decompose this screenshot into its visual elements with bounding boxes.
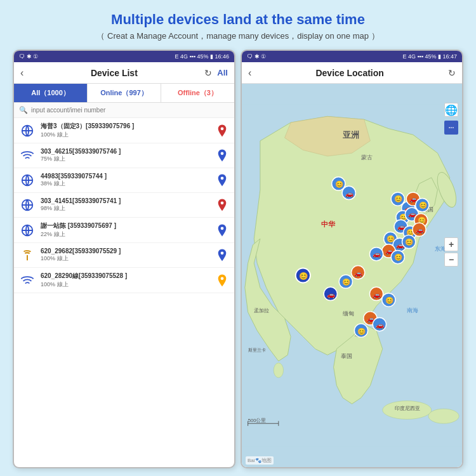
left-refresh-button[interactable]: ↻ [204, 68, 212, 78]
left-phone: 🗨 ✱ ① E 4G ▪▪▪ 45% ▮ 16:46 ‹ Device List… [13, 50, 235, 468]
device-pin-4 [215, 223, 229, 237]
left-status-left: 🗨 ✱ ① [19, 53, 38, 60]
svg-point-11 [221, 277, 224, 280]
main-title: Multiple devices land at the same time [111, 11, 365, 28]
device-pin-5 [215, 248, 229, 262]
svg-text:😊: 😊 [335, 180, 344, 188]
device-name-1: 303_46215[359339075746 ] [41, 148, 210, 155]
device-name-6: 620_28290線[359339075528 ] [41, 272, 210, 281]
svg-text:缅甸: 缅甸 [343, 310, 354, 317]
right-status-right: E 4G ▪▪▪ 45% ▮ 16:47 [402, 53, 457, 60]
right-back-button[interactable]: ‹ [248, 67, 251, 79]
device-item-6[interactable]: 620_28290線[359339075528 ] 100% 線上 [14, 268, 234, 293]
search-input[interactable] [31, 107, 229, 114]
zoom-out-button[interactable]: − [444, 253, 458, 267]
svg-text:😊: 😊 [299, 272, 308, 281]
svg-text:孟加拉: 孟加拉 [254, 308, 269, 314]
device-item-0[interactable]: 海普3（固定3）[359339075796 ] 100% 線上 [14, 118, 234, 143]
device-info-4: 謝一站陈 [359339075697 ] 22% 線上 [41, 221, 210, 239]
device-name-3: 303_41451[359339075741 ] [41, 197, 210, 204]
device-status-6: 100% 線上 [41, 281, 210, 289]
right-status-left: 🗨 ✱ ① [247, 53, 266, 60]
svg-text:泰国: 泰国 [341, 353, 352, 359]
device-status-3: 98% 線上 [41, 204, 210, 213]
device-icon-5 [19, 247, 36, 263]
left-status-right: E 4G ▪▪▪ 45% ▮ 16:46 [175, 53, 229, 60]
left-nav-title: Device List [91, 68, 138, 78]
tab-all[interactable]: All（1000） [14, 84, 87, 102]
device-name-2: 44983[359339075744 ] [41, 173, 210, 180]
device-item-5[interactable]: 620_29682[359339075529 ] 100% 線上 [14, 243, 234, 268]
device-item-3[interactable]: 303_41451[359339075741 ] 98% 線上 [14, 193, 234, 218]
device-info-6: 620_28290線[359339075528 ] 100% 線上 [41, 272, 210, 289]
right-nav-title: Device Location [315, 68, 383, 78]
device-info-1: 303_46215[359339075746 ] 75% 線上 [41, 148, 210, 163]
map-logo: Bai🐾地图 [246, 456, 274, 465]
device-info-3: 303_41451[359339075741 ] 98% 線上 [41, 197, 210, 213]
tab-online[interactable]: Online（997） [87, 84, 161, 102]
label-asia: 亚洲 [343, 130, 359, 140]
svg-text:😊: 😊 [419, 201, 428, 209]
svg-text:斯里兰卡: 斯里兰卡 [248, 348, 266, 352]
right-status-bar: 🗨 ✱ ① E 4G ▪▪▪ 45% ▮ 16:47 [242, 51, 462, 62]
device-list: 海普3（固定3）[359339075796 ] 100% 線上 303_4621… [14, 118, 234, 467]
svg-text:🚗: 🚗 [376, 321, 385, 329]
device-item-4[interactable]: 謝一站陈 [359339075697 ] 22% 線上 [14, 218, 234, 243]
device-icon-6 [19, 272, 36, 289]
svg-text:🚗: 🚗 [327, 291, 336, 299]
svg-point-2 [221, 152, 224, 155]
svg-text:😊: 😊 [342, 278, 351, 286]
left-back-button[interactable]: ‹ [20, 67, 23, 79]
svg-point-10 [221, 252, 224, 255]
device-info-2: 44983[359339075744 ] 38% 線上 [41, 173, 210, 188]
search-icon: 🔍 [19, 106, 28, 114]
svg-text:🚗: 🚗 [373, 291, 381, 299]
zoom-in-button[interactable]: + [444, 237, 458, 251]
sub-title: （ Creat a Manage Account，manage many dev… [96, 30, 379, 42]
map-more-button[interactable]: ··· [444, 121, 458, 135]
right-refresh-button[interactable]: ↻ [448, 68, 456, 78]
device-status-0: 100% 線上 [41, 131, 210, 139]
left-status-bar: 🗨 ✱ ① E 4G ▪▪▪ 45% ▮ 16:46 [14, 51, 234, 62]
left-tab-row: All（1000） Online（997） Offline（3） [14, 84, 234, 103]
right-nav-bar: ‹ Device Location ↻ [242, 62, 462, 84]
tab-offline[interactable]: Offline（3） [161, 84, 234, 102]
device-info-5: 620_29682[359339075529 ] 100% 線上 [41, 248, 210, 263]
svg-point-1 [221, 127, 224, 130]
search-bar: 🔍 [14, 103, 234, 118]
svg-text:南海: 南海 [407, 307, 418, 314]
device-icon-1 [19, 147, 36, 164]
device-status-4: 22% 線上 [41, 230, 210, 239]
svg-text:😊: 😊 [357, 327, 366, 336]
device-name-4: 謝一站陈 [359339075697 ] [41, 221, 210, 230]
map-zoom-controls: + − [444, 237, 458, 267]
device-name-0: 海普3（固定3）[359339075796 ] [41, 122, 210, 131]
device-status-5: 100% 線上 [41, 255, 210, 263]
map-container: 亚洲 蒙古 中华 韩国 东海 缅甸 老挝 泰国 南海 孟加拉 斯里兰卡 印度尼西… [242, 84, 462, 467]
device-status-2: 38% 線上 [41, 180, 210, 188]
device-pin-6 [215, 274, 229, 288]
left-all-label: All [217, 68, 228, 77]
left-nav-bar: ‹ Device List ↻ All [14, 62, 234, 84]
device-item-2[interactable]: 44983[359339075744 ] 38% 線上 [14, 168, 234, 193]
device-item-1[interactable]: 303_46215[359339075746 ] 75% 線上 [14, 143, 234, 168]
svg-text:😊: 😊 [394, 253, 403, 261]
svg-text:中华: 中华 [321, 220, 336, 228]
svg-text:🚗: 🚗 [373, 250, 381, 258]
device-pin-1 [215, 149, 229, 162]
svg-text:500公里: 500公里 [248, 418, 267, 423]
svg-text:🚗: 🚗 [416, 226, 425, 234]
svg-text:😊: 😊 [394, 195, 403, 203]
map-globe-button[interactable]: 🌐 [444, 103, 458, 117]
svg-text:😊: 😊 [385, 296, 394, 305]
device-pin-2 [215, 173, 229, 187]
device-icon-0 [19, 122, 36, 139]
svg-point-14 [274, 363, 283, 378]
device-pin-0 [215, 124, 229, 138]
device-icon-3 [19, 197, 36, 213]
svg-text:🚗: 🚗 [345, 190, 354, 198]
svg-text:😊: 😊 [405, 238, 414, 246]
map-svg: 亚洲 蒙古 中华 韩国 东海 缅甸 老挝 泰国 南海 孟加拉 斯里兰卡 印度尼西… [242, 84, 462, 467]
svg-point-16 [428, 409, 459, 423]
page-wrapper: Multiple devices land at the same time （… [0, 0, 476, 476]
